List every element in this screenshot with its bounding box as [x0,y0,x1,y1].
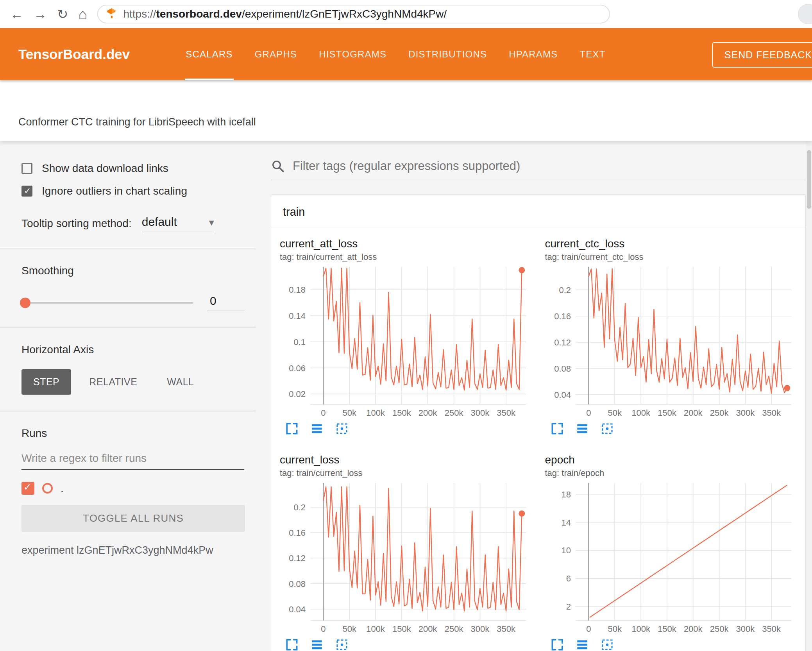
run-checkbox[interactable] [21,482,34,495]
toggle-y-axis-icon[interactable] [576,422,590,436]
tooltip-sorting-row: Tooltip sorting method: default [21,215,260,232]
svg-text:300k: 300k [471,624,490,634]
svg-text:14: 14 [561,518,571,528]
horizontal-axis-options: STEP RELATIVE WALL [21,369,260,395]
scalars-main: train current_att_loss tag: train/curren… [260,141,812,651]
chart-title: current_loss [280,454,532,466]
expand-chart-icon[interactable] [551,638,565,651]
sidebar-divider [0,249,256,249]
chart-canvas[interactable]: 0.040.080.120.160.2050k100k150k200k250k3… [280,480,532,636]
send-feedback-button[interactable]: SEND FEEDBACK [712,42,812,68]
tab-scalars[interactable]: SCALARS [175,28,243,80]
smoothing-slider[interactable] [21,302,193,304]
svg-text:0.06: 0.06 [289,363,306,373]
expand-chart-icon[interactable] [285,422,299,436]
scrollbar[interactable] [806,141,812,651]
svg-text:350k: 350k [497,624,516,634]
chart-title: current_ctc_loss [545,238,797,250]
svg-text:200k: 200k [419,624,438,634]
chart-cell-epoch: epoch tag: train/epoch 26101418050k100k1… [545,454,797,651]
axis-step-button[interactable]: STEP [21,369,71,395]
url-domain: tensorboard.dev [156,8,242,20]
svg-text:150k: 150k [392,408,411,418]
charts-grid: current_att_loss tag: train/current_att_… [271,228,805,651]
chart-cell-current-loss: current_loss tag: train/current_loss 0.0… [280,454,532,651]
chart-canvas[interactable]: 0.020.060.10.140.18050k100k150k200k250k3… [280,264,532,420]
axis-wall-button[interactable]: WALL [155,369,206,395]
svg-text:100k: 100k [631,408,651,418]
fit-domain-icon[interactable] [601,422,615,436]
tab-hparams[interactable]: HPARAMS [498,28,569,80]
chart-toolbar [545,422,797,436]
toggle-y-axis-icon[interactable] [310,422,324,436]
toggle-all-runs-button[interactable]: TOGGLE ALL RUNS [21,505,245,532]
filter-tags-input[interactable] [292,159,806,173]
fit-domain-icon[interactable] [335,422,349,436]
fit-domain-icon[interactable] [601,638,615,651]
tab-distributions[interactable]: DISTRIBUTIONS [397,28,498,80]
svg-text:50k: 50k [608,408,622,418]
svg-text:350k: 350k [762,408,781,418]
svg-text:0.08: 0.08 [289,579,306,589]
top-nav: SCALARS GRAPHS HISTOGRAMS DISTRIBUTIONS … [175,28,616,80]
tab-text[interactable]: TEXT [569,28,616,80]
toggle-y-axis-icon[interactable] [310,638,324,651]
chart-canvas[interactable]: 26101418050k100k150k200k250k300k350k [545,480,797,636]
ignore-outliers-row[interactable]: Ignore outliers in chart scaling [21,185,260,197]
ignore-outliers-checkbox[interactable] [21,186,32,197]
scrollbar-thumb[interactable] [807,150,811,209]
svg-text:150k: 150k [658,408,677,418]
svg-text:0: 0 [586,624,591,634]
train-card: train current_att_loss tag: train/curren… [271,194,806,651]
train-card-title[interactable]: train [271,195,805,228]
back-icon[interactable] [10,7,23,21]
home-icon[interactable] [79,7,88,21]
reload-icon[interactable] [57,7,68,21]
svg-text:100k: 100k [366,408,385,418]
expand-chart-icon[interactable] [551,422,565,436]
tab-graphs[interactable]: GRAPHS [244,28,308,80]
svg-text:0.04: 0.04 [554,390,571,400]
svg-text:50k: 50k [342,624,356,634]
address-bar[interactable]: https://tensorboard.dev/experiment/lzGnE… [97,5,610,23]
ignore-outliers-label: Ignore outliers in chart scaling [42,185,187,197]
tooltip-sorting-label: Tooltip sorting method: [21,217,132,232]
smoothing-value-input[interactable] [207,294,244,311]
tooltip-sorting-value: default [142,215,177,229]
svg-text:150k: 150k [392,624,411,634]
url-path: /experiment/lzGnETjwRxC3yghNMd4kPw/ [242,8,447,20]
svg-text:0.14: 0.14 [289,311,306,321]
svg-text:0: 0 [586,408,591,418]
svg-text:0.18: 0.18 [289,285,306,295]
svg-text:250k: 250k [710,408,729,418]
tooltip-sorting-dropdown[interactable]: default [142,215,214,232]
show-download-links-row[interactable]: Show data download links [21,162,260,175]
expand-chart-icon[interactable] [285,638,299,651]
chart-canvas[interactable]: 0.040.080.120.160.2050k100k150k200k250k3… [545,264,797,420]
svg-text:18: 18 [561,490,571,499]
svg-text:0.12: 0.12 [289,553,306,563]
svg-text:0.1: 0.1 [293,337,306,347]
run-color-swatch-icon[interactable] [42,483,53,494]
content-area: Show data download links Ignore outliers… [0,141,812,651]
svg-text:0.2: 0.2 [559,285,571,295]
runs-filter-input[interactable] [21,447,244,470]
svg-text:50k: 50k [342,408,356,418]
filter-tags-row [271,159,806,180]
forward-icon[interactable] [34,7,47,21]
fit-domain-icon[interactable] [335,638,349,651]
toggle-y-axis-icon[interactable] [576,638,590,651]
chart-toolbar [280,638,532,651]
smoothing-slider-thumb[interactable] [20,297,30,308]
svg-text:0: 0 [321,624,326,634]
tab-histograms[interactable]: HISTOGRAMS [308,28,397,80]
search-icon [271,159,285,173]
sidebar-divider [0,327,256,328]
svg-text:10: 10 [561,545,571,555]
svg-text:50k: 50k [608,624,622,634]
svg-text:0.12: 0.12 [554,338,571,347]
show-download-links-checkbox[interactable] [21,163,32,174]
axis-relative-button[interactable]: RELATIVE [77,369,149,395]
run-name: . [61,482,64,495]
browser-profile-avatar[interactable] [798,4,812,24]
